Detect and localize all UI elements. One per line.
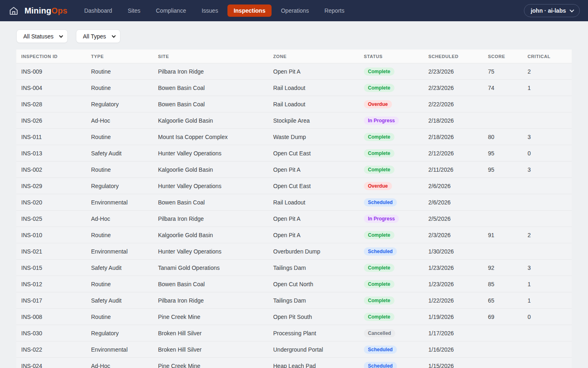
table-row[interactable]: INS-008RoutinePine Creek MineOpen Pit So…: [16, 308, 572, 325]
cell-site: Pilbara Iron Ridge: [153, 68, 268, 75]
status-badge: Complete: [364, 296, 394, 305]
inspections-table: INSPECTION IDTYPESITEZONESTATUSSCHEDULED…: [16, 49, 572, 368]
column-header-critical: CRITICAL: [523, 54, 572, 59]
cell-status: Scheduled: [359, 198, 423, 206]
cell-score: 65: [483, 297, 523, 304]
cell-zone: Open Cut East: [268, 150, 359, 157]
table-row[interactable]: INS-004RoutineBowen Basin CoalRail Loado…: [16, 79, 572, 96]
cell-zone: Waste Dump: [268, 134, 359, 140]
status-badge: Complete: [364, 149, 394, 157]
table-row[interactable]: INS-010RoutineKalgoorlie Gold BasinOpen …: [16, 227, 572, 243]
cell-type: Safety Audit: [86, 297, 153, 304]
cell-critical: 1: [523, 281, 572, 287]
nav-item-inspections[interactable]: Inspections: [227, 4, 272, 17]
cell-id: INS-015: [16, 265, 86, 271]
column-header-type: TYPE: [86, 54, 153, 59]
cell-scheduled: 1/22/2026: [423, 297, 483, 304]
table-row[interactable]: INS-021EnvironmentalHunter Valley Operat…: [16, 243, 572, 259]
cell-site: Bowen Basin Coal: [153, 101, 268, 108]
nav-item-dashboard[interactable]: Dashboard: [78, 4, 118, 17]
column-header-score: SCORE: [483, 54, 523, 59]
cell-id: INS-030: [16, 330, 86, 337]
nav-item-reports[interactable]: Reports: [318, 4, 350, 17]
cell-zone: Open Pit A: [268, 166, 359, 173]
status-badge: Cancelled: [364, 329, 395, 337]
status-badge: Scheduled: [364, 198, 397, 206]
status-badge: Scheduled: [364, 346, 397, 354]
cell-critical: 0: [523, 150, 572, 157]
cell-type: Routine: [86, 314, 153, 320]
table-row[interactable]: INS-017Safety AuditPilbara Iron RidgeTai…: [16, 292, 572, 308]
cell-zone: Tailings Dam: [268, 265, 359, 271]
cell-site: Pine Creek Mine: [153, 314, 268, 320]
cell-type: Routine: [86, 232, 153, 238]
cell-zone: Open Pit South: [268, 314, 359, 320]
nav-item-compliance[interactable]: Compliance: [150, 4, 192, 17]
cell-critical: 0: [523, 314, 572, 320]
cell-zone: Heap Leach Pad: [268, 363, 359, 368]
status-badge: Overdue: [364, 100, 392, 108]
cell-zone: Overburden Dump: [268, 248, 359, 255]
table-row[interactable]: INS-026Ad-HocKalgoorlie Gold BasinStockp…: [16, 112, 572, 128]
cell-site: Kalgoorlie Gold Basin: [153, 117, 268, 124]
user-menu-button[interactable]: john · ai-labs: [524, 4, 580, 17]
cell-scheduled: 2/23/2026: [423, 68, 483, 75]
cell-scheduled: 2/5/2026: [423, 215, 483, 222]
table-row[interactable]: INS-012RoutineBowen Basin CoalOpen Cut N…: [16, 276, 572, 292]
user-menu-label: john · ai-labs: [531, 7, 566, 14]
nav-item-sites[interactable]: Sites: [122, 4, 147, 17]
status-badge: Complete: [364, 264, 394, 272]
cell-site: Bowen Basin Coal: [153, 85, 268, 91]
cell-score: 74: [483, 85, 523, 91]
cell-zone: Processing Plant: [268, 330, 359, 337]
table-row[interactable]: INS-002RoutineKalgoorlie Gold BasinOpen …: [16, 161, 572, 177]
table-row[interactable]: INS-009RoutinePilbara Iron RidgeOpen Pit…: [16, 63, 572, 79]
cell-status: Complete: [359, 296, 423, 305]
cell-id: INS-017: [16, 297, 86, 304]
cell-site: Bowen Basin Coal: [153, 199, 268, 206]
table-row[interactable]: INS-015Safety AuditTanami Gold Operation…: [16, 259, 572, 276]
cell-type: Ad-Hoc: [86, 215, 153, 222]
table-row[interactable]: INS-022EnvironmentalBroken Hill SilverUn…: [16, 341, 572, 357]
cell-site: Broken Hill Silver: [153, 346, 268, 353]
cell-id: INS-008: [16, 314, 86, 320]
cell-status: Complete: [359, 67, 423, 76]
cell-critical: 2: [523, 68, 572, 75]
table-row[interactable]: INS-025Ad-HocPilbara Iron RidgeOpen Pit …: [16, 210, 572, 227]
table-row[interactable]: INS-030RegulatoryBroken Hill SilverProce…: [16, 325, 572, 341]
cell-critical: 3: [523, 166, 572, 173]
table-row[interactable]: INS-024Ad-HocPine Creek MineHeap Leach P…: [16, 357, 572, 368]
cell-zone: Open Cut North: [268, 281, 359, 287]
cell-score: 91: [483, 232, 523, 238]
column-header-scheduled: SCHEDULED: [423, 54, 483, 59]
cell-scheduled: 1/30/2026: [423, 248, 483, 255]
nav-item-operations[interactable]: Operations: [275, 4, 315, 17]
cell-critical: 3: [523, 265, 572, 271]
cell-status: Complete: [359, 84, 423, 92]
cell-status: Overdue: [359, 100, 423, 108]
status-badge: Complete: [364, 313, 394, 321]
cell-zone: Open Pit A: [268, 215, 359, 222]
cell-site: Bowen Basin Coal: [153, 281, 268, 287]
brand-home-link[interactable]: MiningOps: [8, 5, 78, 16]
table-row[interactable]: INS-029RegulatoryHunter Valley Operation…: [16, 177, 572, 194]
home-icon: [8, 5, 19, 16]
cell-type: Routine: [86, 166, 153, 173]
cell-id: INS-020: [16, 199, 86, 206]
status-badge: Overdue: [364, 182, 392, 190]
status-badge: Complete: [364, 280, 394, 288]
cell-type: Safety Audit: [86, 150, 153, 157]
table-row[interactable]: INS-028RegulatoryBowen Basin CoalRail Lo…: [16, 96, 572, 112]
cell-id: INS-028: [16, 101, 86, 108]
table-row[interactable]: INS-011RoutineMount Isa Copper ComplexWa…: [16, 128, 572, 145]
cell-score: 75: [483, 68, 523, 75]
table-row[interactable]: INS-020EnvironmentalBowen Basin CoalRail…: [16, 194, 572, 210]
status-filter-select[interactable]: All Statuses: [16, 29, 68, 43]
cell-type: Environmental: [86, 199, 153, 206]
type-filter-select[interactable]: All Types: [76, 29, 120, 43]
cell-status: Scheduled: [359, 346, 423, 354]
cell-site: Mount Isa Copper Complex: [153, 134, 268, 140]
cell-type: Regulatory: [86, 101, 153, 108]
nav-item-issues[interactable]: Issues: [196, 4, 224, 17]
table-row[interactable]: INS-013Safety AuditHunter Valley Operati…: [16, 145, 572, 161]
